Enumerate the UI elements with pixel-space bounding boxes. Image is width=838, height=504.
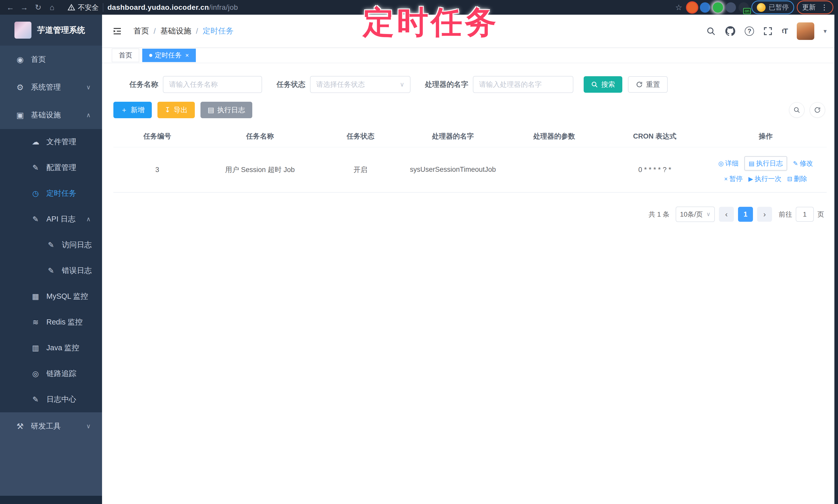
active-dot-icon bbox=[149, 54, 152, 57]
extension-icon-on[interactable]: on bbox=[738, 2, 749, 13]
delete-link[interactable]: ⊟ 删除 bbox=[787, 174, 807, 183]
extension-icon-orange[interactable] bbox=[687, 2, 697, 13]
play-icon: ▶ bbox=[748, 175, 753, 183]
user-avatar[interactable] bbox=[797, 22, 814, 40]
gear-icon: ⚙ bbox=[15, 83, 25, 92]
github-icon[interactable] bbox=[725, 26, 735, 36]
breadcrumb-infra[interactable]: 基础设施 bbox=[160, 26, 191, 36]
next-page-button[interactable]: › bbox=[757, 207, 772, 222]
page-content: 任务名称 任务状态 请选择任务状态 ∨ 处理器的名字 搜索 bbox=[102, 63, 838, 504]
export-button[interactable]: ↧ 导出 bbox=[157, 102, 195, 118]
sidebar-item-mysql[interactable]: ▦ MySQL 监控 bbox=[0, 284, 102, 309]
sidebar-item-file[interactable]: ☁ 文件管理 bbox=[0, 129, 102, 155]
breadcrumb-home[interactable]: 首页 bbox=[134, 26, 149, 36]
search-icon[interactable] bbox=[706, 26, 716, 36]
close-icon: × bbox=[724, 175, 728, 183]
sidebar-item-label: 定时任务 bbox=[46, 188, 76, 199]
bookmark-star-icon[interactable]: ☆ bbox=[673, 2, 684, 13]
reset-button[interactable]: 重置 bbox=[628, 76, 668, 93]
sidebar-item-trace[interactable]: ◎ 链路追踪 bbox=[0, 361, 102, 386]
sidebar-collapse-icon[interactable] bbox=[112, 26, 123, 37]
browser-reload-icon[interactable]: ↻ bbox=[33, 2, 44, 13]
browser-home-icon[interactable]: ⌂ bbox=[46, 2, 58, 13]
sidebar-item-java[interactable]: ▥ Java 监控 bbox=[0, 335, 102, 361]
add-button[interactable]: ＋ 新增 bbox=[114, 102, 152, 118]
browser-scrollbar[interactable] bbox=[834, 15, 838, 504]
pause-link[interactable]: × 暂停 bbox=[724, 174, 743, 183]
pagination-goto: 前往 页 bbox=[779, 207, 824, 222]
sidebar-item-error-log[interactable]: ✎ 错误日志 bbox=[0, 258, 102, 284]
page-size-select[interactable]: 10条/页 ∨ bbox=[676, 206, 715, 222]
goto-label: 前往 bbox=[779, 210, 792, 219]
app-logo bbox=[14, 22, 32, 39]
sidebar-filler bbox=[0, 440, 102, 496]
sidebar-item-infra[interactable]: ▣ 基础设施 ∧ bbox=[0, 101, 102, 129]
extension-icon-blue[interactable] bbox=[700, 2, 710, 13]
sidebar-item-label: 访问日志 bbox=[62, 240, 92, 250]
tab-home[interactable]: 首页 bbox=[112, 49, 139, 62]
cell-job-status: 开启 bbox=[319, 156, 402, 183]
extension-icon-green[interactable] bbox=[713, 2, 723, 13]
refresh-button[interactable] bbox=[810, 102, 825, 118]
edit-link[interactable]: ✎ 修改 bbox=[793, 159, 813, 168]
browser-menu-icon[interactable]: ⋮ bbox=[821, 3, 828, 12]
sidebar-item-config[interactable]: ✎ 配置管理 bbox=[0, 155, 102, 181]
fullscreen-icon[interactable] bbox=[763, 26, 772, 36]
download-icon: ↧ bbox=[165, 106, 171, 114]
edit-icon: ✎ bbox=[30, 163, 41, 172]
sidebar-item-access-log[interactable]: ✎ 访问日志 bbox=[0, 232, 102, 258]
sidebar-item-api-log[interactable]: ✎ API 日志 ∧ bbox=[0, 206, 102, 232]
run-once-link[interactable]: ▶ 执行一次 bbox=[748, 174, 781, 183]
sidebar-item-system[interactable]: ⚙ 系统管理 ∨ bbox=[0, 73, 102, 101]
extension-icon-grid[interactable] bbox=[726, 2, 736, 13]
url-text[interactable]: dashboard.yudao.iocoder.cn/infra/job bbox=[107, 3, 238, 12]
sidebar-item-label: 系统管理 bbox=[31, 82, 61, 92]
col-header-cron: CRON 表达式 bbox=[605, 125, 705, 147]
sidebar-item-home[interactable]: ◉ 首页 bbox=[0, 46, 102, 73]
layers-icon: ≋ bbox=[30, 318, 41, 327]
help-icon[interactable]: ? bbox=[745, 26, 754, 36]
annotation-title: 定时任务 bbox=[363, 2, 499, 44]
navbar-actions: ? tT ▾ bbox=[706, 22, 827, 40]
chevron-down-icon: ∨ bbox=[86, 84, 91, 91]
table-header-row: 任务编号 任务名称 任务状态 处理器的名字 处理器的参数 CRON 表达式 操作 bbox=[114, 125, 827, 147]
profile-paused-chip[interactable]: 已暂停 bbox=[751, 1, 794, 14]
sidebar-item-label: Redis 监控 bbox=[46, 317, 83, 327]
job-name-input[interactable] bbox=[163, 76, 262, 93]
font-size-icon[interactable]: tT bbox=[782, 27, 787, 36]
sidebar-item-log-center[interactable]: ✎ 日志中心 bbox=[0, 386, 102, 412]
search-button[interactable]: 搜索 bbox=[584, 76, 622, 93]
job-name-label: 任务名称 bbox=[129, 79, 158, 89]
doc-icon: ✎ bbox=[46, 240, 56, 249]
handler-name-input[interactable] bbox=[473, 76, 573, 93]
job-status-select[interactable]: 请选择任务状态 ∨ bbox=[310, 76, 411, 93]
sidebar-item-label: 文件管理 bbox=[46, 137, 76, 147]
sidebar-item-devtools[interactable]: ⚒ 研发工具 ∨ bbox=[0, 412, 102, 440]
sidebar-item-label: 链路追踪 bbox=[46, 368, 76, 379]
app-root: 芋道管理系统 ◉ 首页 ⚙ 系统管理 ∨ ▣ 基础设施 ∧ ☁ 文件管理 bbox=[0, 15, 838, 504]
url-bar[interactable]: 不安全 dashboard.yudao.iocoder.cn/infra/job bbox=[64, 2, 243, 13]
goto-page-input[interactable] bbox=[796, 207, 814, 222]
run-log-button[interactable]: ▤ 执行日志 bbox=[200, 102, 252, 118]
tools-icon: ⚒ bbox=[15, 421, 25, 431]
doc-icon: ▤ bbox=[749, 160, 754, 167]
tab-job[interactable]: 定时任务 × bbox=[142, 49, 196, 62]
search-toggle-button[interactable] bbox=[789, 102, 804, 118]
sidebar-item-job[interactable]: ◷ 定时任务 bbox=[0, 181, 102, 206]
edit-icon: ✎ bbox=[30, 215, 41, 223]
browser-forward-icon[interactable]: → bbox=[19, 2, 30, 13]
browser-back-icon[interactable]: ← bbox=[5, 2, 16, 13]
detail-link[interactable]: ◎ 详细 bbox=[718, 159, 738, 168]
update-chip[interactable]: 更新 ⋮ bbox=[797, 1, 833, 14]
sidebar-item-redis[interactable]: ≋ Redis 监控 bbox=[0, 309, 102, 335]
sidebar-submenu-infra: ☁ 文件管理 ✎ 配置管理 ◷ 定时任务 ✎ API 日志 ∧ ✎ bbox=[0, 129, 102, 412]
close-icon[interactable]: × bbox=[185, 52, 189, 59]
sidebar-logo-row[interactable]: 芋道管理系统 bbox=[0, 15, 102, 46]
select-caret-icon: ∨ bbox=[706, 211, 711, 218]
sidebar-item-label: 研发工具 bbox=[31, 421, 61, 431]
row-run-log-link[interactable]: ▤ 执行日志 bbox=[744, 156, 787, 171]
prev-page-button[interactable]: ‹ bbox=[719, 207, 734, 222]
eye-icon: ◎ bbox=[718, 160, 723, 167]
current-page-button[interactable]: 1 bbox=[738, 207, 753, 222]
avatar-caret-icon[interactable]: ▾ bbox=[824, 28, 827, 35]
